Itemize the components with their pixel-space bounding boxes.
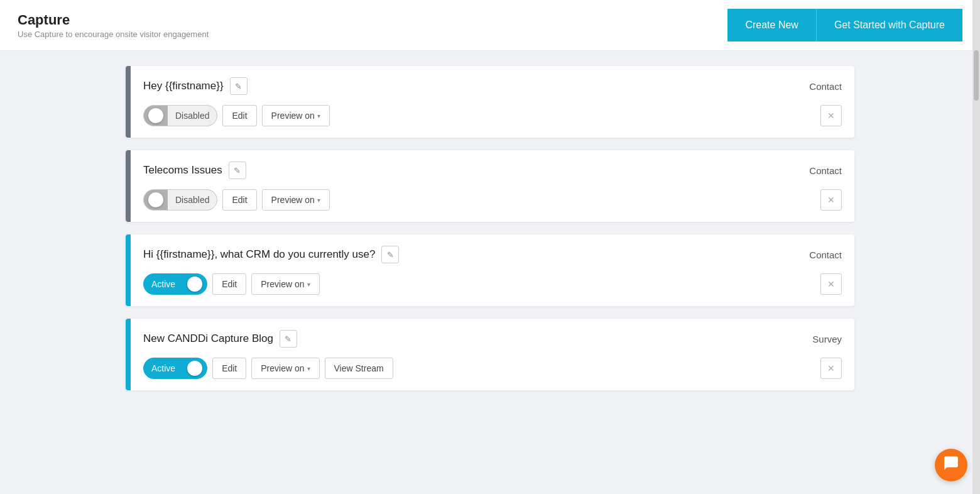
toggle-2[interactable]: Disabled	[143, 189, 217, 211]
chat-icon	[943, 455, 959, 475]
card-edit-icon-btn-3[interactable]: ✎	[381, 246, 399, 263]
toggle-label-4: Active	[144, 358, 183, 378]
view-stream-button[interactable]: View Stream	[325, 358, 393, 379]
close-icon-2: ✕	[827, 195, 835, 205]
card-header-row-2: Telecoms Issues ✎ Contact	[143, 162, 842, 179]
edit-label-1: Edit	[232, 111, 247, 121]
card-title-2: Telecoms Issues	[143, 164, 222, 177]
card-type-4: Survey	[812, 334, 842, 344]
scrollbar[interactable]	[972, 0, 980, 494]
capture-card-1: Hey {{firstname}} ✎ Contact Disabled Edi…	[126, 66, 854, 138]
close-icon-1: ✕	[827, 111, 835, 121]
preview-label-4: Preview on	[261, 363, 304, 373]
caret-icon-3: ▾	[307, 281, 310, 288]
card-header-row-4: New CANDDi Capture Blog ✎ Survey	[143, 330, 842, 348]
create-new-button[interactable]: Create New	[727, 9, 815, 41]
get-started-button[interactable]: Get Started with Capture	[816, 9, 962, 41]
preview-button-1[interactable]: Preview on ▾	[262, 105, 330, 126]
card-edit-icon-btn-4[interactable]: ✎	[280, 330, 297, 348]
toggle-switch-2[interactable]	[144, 189, 168, 211]
toggle-1[interactable]: Disabled	[143, 105, 217, 126]
toggle-circle-1	[148, 108, 163, 123]
toggle-switch-3[interactable]	[183, 273, 207, 295]
card-edit-icon-btn-2[interactable]: ✎	[229, 162, 246, 179]
edit-button-3[interactable]: Edit	[212, 273, 246, 295]
capture-card-4: New CANDDi Capture Blog ✎ Survey Active …	[126, 319, 854, 390]
capture-card-3: Hi {{firstname}}, what CRM do you curren…	[126, 234, 854, 306]
card-header-row-1: Hey {{firstname}} ✎ Contact	[143, 77, 842, 95]
toggle-switch-1[interactable]	[144, 105, 168, 126]
edit-label-4: Edit	[222, 363, 237, 373]
close-button-3[interactable]: ✕	[820, 273, 842, 295]
close-icon-3: ✕	[827, 279, 835, 289]
scrollbar-thumb[interactable]	[974, 50, 979, 101]
pencil-icon-3: ✎	[387, 250, 394, 260]
card-body-1: Hey {{firstname}} ✎ Contact Disabled Edi…	[131, 66, 854, 138]
header-buttons: Create New Get Started with Capture	[727, 9, 962, 41]
card-title-area-4: New CANDDi Capture Blog ✎	[143, 330, 297, 348]
card-actions-3: Active Edit Preview on ▾ ✕	[143, 273, 842, 295]
card-title-area-2: Telecoms Issues ✎	[143, 162, 246, 179]
card-title-1: Hey {{firstname}}	[143, 80, 224, 92]
preview-label-1: Preview on	[271, 111, 315, 121]
preview-button-3[interactable]: Preview on ▾	[251, 273, 319, 295]
card-accent-4	[126, 319, 131, 390]
toggle-circle-4	[187, 361, 202, 376]
preview-label-2: Preview on	[271, 195, 315, 205]
close-button-4[interactable]: ✕	[820, 358, 842, 379]
toggle-3[interactable]: Active	[143, 273, 207, 295]
main-content: Hey {{firstname}} ✎ Contact Disabled Edi…	[0, 51, 980, 405]
card-type-3: Contact	[809, 250, 842, 260]
close-button-2[interactable]: ✕	[820, 189, 842, 211]
card-body-3: Hi {{firstname}}, what CRM do you curren…	[131, 234, 854, 306]
toggle-circle-3	[187, 277, 202, 292]
card-title-area-1: Hey {{firstname}} ✎	[143, 77, 248, 95]
card-accent-3	[126, 234, 131, 306]
preview-button-2[interactable]: Preview on ▾	[262, 189, 330, 211]
preview-label-3: Preview on	[261, 279, 304, 289]
edit-button-1[interactable]: Edit	[222, 105, 256, 126]
card-title-area-3: Hi {{firstname}}, what CRM do you curren…	[143, 246, 399, 263]
capture-card-2: Telecoms Issues ✎ Contact Disabled Edit	[126, 150, 854, 222]
card-body-4: New CANDDi Capture Blog ✎ Survey Active …	[131, 319, 854, 390]
page-header: Capture Use Capture to encourage onsite …	[0, 0, 980, 51]
caret-icon-2: ▾	[317, 197, 320, 204]
toggle-label-1: Disabled	[168, 106, 217, 126]
card-accent-2	[126, 150, 131, 222]
toggle-circle-2	[148, 192, 163, 207]
preview-button-4[interactable]: Preview on ▾	[251, 358, 319, 379]
card-actions-2: Disabled Edit Preview on ▾ ✕	[143, 189, 842, 211]
card-type-1: Contact	[809, 81, 842, 92]
caret-icon-1: ▾	[317, 113, 320, 119]
card-type-2: Contact	[809, 165, 842, 176]
toggle-4[interactable]: Active	[143, 358, 207, 379]
toggle-label-3: Active	[144, 274, 183, 294]
close-button-1[interactable]: ✕	[820, 105, 842, 126]
header-left: Capture Use Capture to encourage onsite …	[18, 12, 209, 39]
card-header-row-3: Hi {{firstname}}, what CRM do you curren…	[143, 246, 842, 263]
edit-label-3: Edit	[222, 279, 237, 289]
card-actions-4: Active Edit Preview on ▾ View Stream ✕	[143, 358, 842, 379]
card-title-3: Hi {{firstname}}, what CRM do you curren…	[143, 248, 375, 261]
toggle-label-2: Disabled	[168, 190, 217, 210]
edit-button-4[interactable]: Edit	[212, 358, 246, 379]
page-subtitle: Use Capture to encourage onsite visitor …	[18, 30, 209, 39]
card-title-4: New CANDDi Capture Blog	[143, 332, 273, 345]
chat-widget[interactable]	[935, 449, 967, 481]
caret-icon-4: ▾	[307, 365, 310, 372]
card-accent-1	[126, 66, 131, 138]
pencil-icon-2: ✎	[234, 166, 241, 175]
toggle-switch-4[interactable]	[183, 358, 207, 379]
pencil-icon-1: ✎	[235, 82, 242, 91]
edit-button-2[interactable]: Edit	[222, 189, 256, 211]
close-icon-4: ✕	[827, 363, 835, 373]
pencil-icon-4: ✎	[285, 334, 291, 344]
card-edit-icon-btn-1[interactable]: ✎	[230, 77, 248, 95]
edit-label-2: Edit	[232, 195, 247, 205]
view-stream-label: View Stream	[334, 363, 384, 373]
card-actions-1: Disabled Edit Preview on ▾ ✕	[143, 105, 842, 126]
card-body-2: Telecoms Issues ✎ Contact Disabled Edit	[131, 150, 854, 222]
page-title: Capture	[18, 12, 209, 28]
